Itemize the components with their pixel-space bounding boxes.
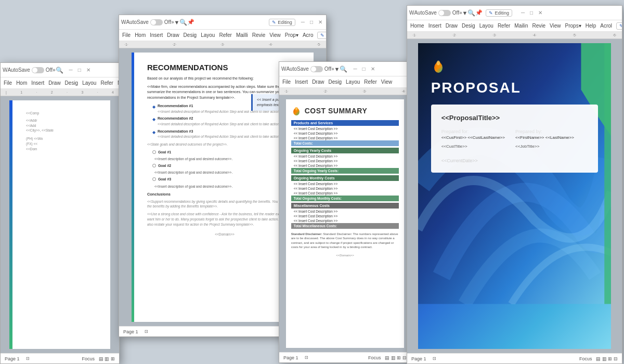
menu-props-2[interactable]: Prop▾ xyxy=(285,32,298,38)
autosave-toggle-3[interactable] xyxy=(310,66,323,72)
ribbon-4: Home Insert Draw Desig Layou Refer Maili… xyxy=(407,20,622,32)
menu-draw-4[interactable]: Draw xyxy=(446,23,458,29)
menu-acro-4[interactable]: Acrol xyxy=(600,23,612,29)
menu-mail-2[interactable]: Mailli xyxy=(236,32,248,38)
minimize-btn-4[interactable]: ─ xyxy=(519,10,526,16)
ruler-3: ·1··2··3··4· xyxy=(279,88,411,95)
menu-draw-2[interactable]: Draw xyxy=(167,32,179,38)
menu-view-2[interactable]: View xyxy=(269,32,281,38)
focus-label-3[interactable]: Focus xyxy=(368,355,381,360)
menu-design-2[interactable]: Desig xyxy=(184,32,197,38)
menu-acro-2[interactable]: Acro xyxy=(303,32,314,38)
menu-props-4[interactable]: Props▾ xyxy=(565,23,581,29)
svg-point-2 xyxy=(295,107,297,110)
page-label-2: Page 1 xyxy=(123,329,138,334)
view-icons-4: ▤ ▥ ⊞ ⊟ xyxy=(596,356,618,361)
search-icon-4[interactable]: 🔍 xyxy=(467,9,475,17)
maximize-btn-4[interactable]: □ xyxy=(528,10,535,16)
prod-row-3: << Insert Cost Description >> xyxy=(291,136,399,140)
autosave-4: AutoSave Off xyxy=(414,10,459,16)
oy-row-1: << Insert Cost Description >> xyxy=(291,154,399,159)
focus-label-1[interactable]: Focus xyxy=(82,356,95,361)
menu-help-4[interactable]: Help xyxy=(586,23,596,29)
close-btn-2[interactable]: ✕ xyxy=(317,19,324,25)
menu-design-3[interactable]: Desig xyxy=(328,79,342,85)
minimize-btn-1[interactable]: ─ xyxy=(68,67,74,73)
menu-view-4[interactable]: View xyxy=(550,23,561,29)
doc-area-3[interactable]: COST SUMMARY Products and Services << In… xyxy=(279,95,411,352)
menu-home-4[interactable]: Home xyxy=(410,23,424,29)
editing-badge-2: ✎ Editing xyxy=(269,19,295,26)
menu-layout-2[interactable]: Layou xyxy=(201,32,215,38)
menu-ref-3[interactable]: Refer xyxy=(364,79,376,85)
proposal-flame-icon xyxy=(431,59,446,73)
word-window-4: W AutoSave Off » ▼ 🔍 📌 ✎ Editing ─ □ ✕ H… xyxy=(407,5,622,364)
proposal-logo-row xyxy=(431,59,599,73)
menu-insert-3[interactable]: Insert xyxy=(295,79,308,85)
focus-label-4[interactable]: Focus xyxy=(579,356,592,361)
menu-view-3[interactable]: View xyxy=(381,79,393,85)
menu-ref-2[interactable]: Refer xyxy=(219,32,231,38)
menu-home-2[interactable]: Hom xyxy=(135,32,146,38)
menu-review-4[interactable]: Revie xyxy=(532,23,545,29)
menu-design-1[interactable]: Desig xyxy=(65,80,79,86)
editing-badge-4: ✎ Editing xyxy=(486,9,512,17)
menu-insert-2[interactable]: Insert xyxy=(150,32,163,38)
menu-layout-1[interactable]: Layou xyxy=(82,80,96,86)
goal-circle-3 xyxy=(152,177,156,181)
menu-ref-1[interactable]: Refer xyxy=(100,80,113,86)
pin-icon-4: 📌 xyxy=(475,9,483,16)
search-icon-2[interactable]: 🔍 xyxy=(179,19,187,26)
menu-ref-4[interactable]: Refer xyxy=(498,23,510,29)
search-icon-1[interactable]: 🔍 xyxy=(56,67,63,74)
editing-badge-ribbon-2: ✎ Editing xyxy=(317,32,327,39)
menu-file-2[interactable]: File xyxy=(122,32,131,38)
maximize-btn-2[interactable]: □ xyxy=(308,19,315,25)
menu-file-1[interactable]: File xyxy=(4,80,12,86)
menu-mail-4[interactable]: Mailin xyxy=(514,23,528,29)
chevron-4: ▼ xyxy=(462,10,468,16)
cost-disclaimer: Standard Disclaimer: Standard Disclaimer… xyxy=(291,232,399,250)
title-text-2: ▼ xyxy=(174,19,180,25)
rec-bullet-3: ◆ xyxy=(152,129,155,136)
maximize-btn-1[interactable]: □ xyxy=(76,67,83,73)
close-btn-4[interactable]: ✕ xyxy=(537,10,544,16)
total-om: Total Ongoing Monthly Costs: xyxy=(291,196,399,201)
menu-design-4[interactable]: Desig xyxy=(462,23,475,29)
page-label-3: Page 1 xyxy=(283,355,298,360)
ribbon-2: File Hom Insert Draw Desig Layou Refer M… xyxy=(119,30,326,41)
autosave-toggle-1[interactable] xyxy=(32,67,44,73)
total-oy: Total Ongoing Yearly Costs: xyxy=(291,168,399,174)
menu-insert-4[interactable]: Insert xyxy=(428,23,441,29)
minimize-btn-3[interactable]: ─ xyxy=(352,66,358,72)
autosave-toggle-4[interactable] xyxy=(438,10,451,16)
pencil-icon-2: ✎ xyxy=(272,20,276,25)
doc-page-4: PROPOSAL <<ProposalTitle>> Prepared for:… xyxy=(418,43,612,349)
menu-layout-4[interactable]: Layou xyxy=(479,23,493,29)
right-icons-4: Focus ▤ ▥ ⊞ ⊟ xyxy=(579,356,618,361)
misc-header: Miscellaneous Costs xyxy=(291,203,399,209)
menu-home-1[interactable]: Hom xyxy=(16,80,27,86)
menu-draw-1[interactable]: Draw xyxy=(48,80,60,86)
close-btn-1[interactable]: ✕ xyxy=(85,67,92,73)
word-window-3: W AutoSave Off » ▼ 🔍 ─ □ ✕ File Insert D… xyxy=(279,61,411,363)
menu-layout-3[interactable]: Layou xyxy=(346,79,360,85)
doc-area-1[interactable]: <<Comp <<Addr <<Add <<City>>, <<State (P… xyxy=(1,96,119,353)
doc-area-4[interactable]: PROPOSAL <<ProposalTitle>> Prepared for:… xyxy=(407,39,622,353)
oy-header: Ongoing Yearly Costs xyxy=(291,148,399,153)
menu-draw-3[interactable]: Draw xyxy=(312,79,324,85)
search-icon-3[interactable]: 🔍 xyxy=(340,66,347,73)
menu-review-2[interactable]: Revie xyxy=(252,32,266,38)
right-icons-3: Focus ▤ ▥ ⊞ ⊟ xyxy=(368,355,407,360)
products-header: Products and Services xyxy=(291,120,399,126)
window-controls-1: ─ □ ✕ xyxy=(68,67,92,73)
current-date: <<CurrentDate>> xyxy=(441,158,588,163)
minimize-btn-2[interactable]: ─ xyxy=(300,19,306,25)
autosave-toggle-2[interactable] xyxy=(150,19,163,25)
menu-file-3[interactable]: File xyxy=(282,79,291,85)
cost-domain: <<Domain>> xyxy=(291,254,399,257)
menu-insert-1[interactable]: Insert xyxy=(31,80,44,86)
maximize-btn-3[interactable]: □ xyxy=(361,66,367,72)
om-row-2: << Insert Cost Description >> xyxy=(291,186,399,191)
close-btn-3[interactable]: ✕ xyxy=(369,66,376,72)
